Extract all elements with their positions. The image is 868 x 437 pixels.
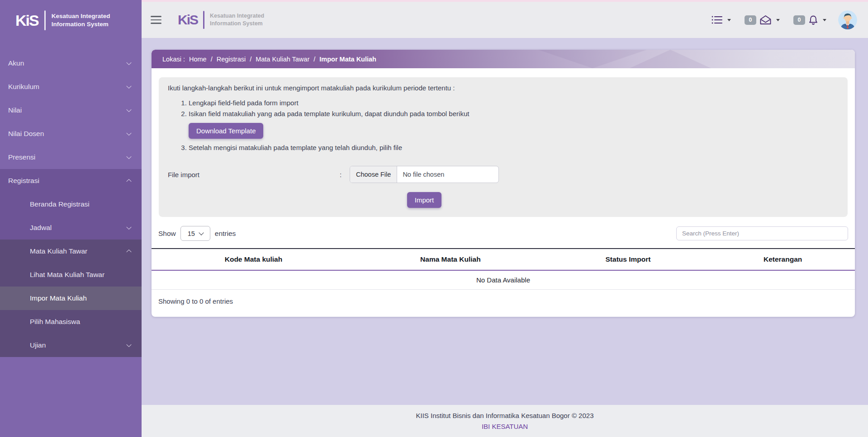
sidebar-item-mata-kuliah-tawar[interactable]: Mata Kuliah Tawar	[0, 240, 142, 263]
table-controls: Show 15 entries	[158, 226, 848, 241]
instructions-intro: Ikuti langkah-langkah berikut ini untuk …	[168, 84, 839, 92]
sidebar-item-lihat-mata-kuliah-tawar[interactable]: Lihat Mata Kuliah Tawar	[0, 263, 142, 287]
breadcrumb-separator: /	[250, 56, 251, 63]
sidebar-group-registrasi: Registrasi Beranda Registrasi Jadwal Mat…	[0, 169, 142, 357]
chevron-down-icon	[126, 131, 131, 136]
sidebar-item-label: Kurikulum	[8, 83, 39, 91]
sidebar-item-nilai-dosen[interactable]: Nilai Dosen	[0, 122, 142, 146]
sidebar-item-jadwal[interactable]: Jadwal	[0, 216, 142, 240]
messages-count-badge: 0	[745, 15, 756, 25]
brand-name: Kesatuan Integrated Information System	[210, 12, 264, 28]
sidebar-item-nilai[interactable]: Nilai	[0, 99, 142, 122]
breadcrumb-home-link[interactable]: Home	[189, 56, 207, 63]
sidebar-item-kurikulum[interactable]: Kurikulum	[0, 75, 142, 99]
step-3: Setelah mengisi matakuliah pada template…	[189, 142, 839, 153]
import-results-table: Kode Mata kuliah Nama Mata Kuliah Status…	[152, 248, 855, 290]
brand-name: Kesatuan Integrated Information System	[52, 12, 110, 28]
sidebar-item-label: Pilih Mahasiswa	[30, 318, 80, 326]
search-input[interactable]	[676, 226, 848, 240]
breadcrumb-registrasi-link[interactable]: Registrasi	[217, 56, 246, 63]
chevron-down-icon	[126, 154, 131, 159]
column-header-keterangan[interactable]: Keterangan	[711, 249, 855, 270]
sidebar-item-label: Mata Kuliah Tawar	[30, 247, 87, 255]
caret-down-icon	[776, 19, 780, 21]
bell-icon	[808, 15, 818, 25]
caret-down-icon	[727, 19, 731, 21]
sidebar-item-label: Presensi	[8, 153, 35, 161]
kiis-logo-icon: KiS	[15, 12, 38, 29]
entries-summary: Showing 0 to 0 of entries	[158, 297, 848, 305]
main-column: KiS Kesatuan Integrated Information Syst…	[142, 0, 868, 437]
sidebar-item-registrasi[interactable]: Registrasi	[0, 169, 142, 193]
chevron-down-icon	[126, 84, 131, 89]
column-header-status-import[interactable]: Status Import	[545, 249, 711, 270]
user-avatar[interactable]	[838, 10, 857, 29]
import-instructions-panel: Ikuti langkah-langkah berikut ini untuk …	[159, 77, 848, 217]
file-input[interactable]: Choose File No file chosen	[350, 166, 499, 183]
mail-open-icon	[759, 15, 772, 25]
sidebar-item-label: Jadwal	[30, 224, 52, 232]
chevron-down-icon	[126, 225, 131, 230]
notifications-menu[interactable]: 0	[793, 15, 826, 25]
download-template-button[interactable]: Download Template	[189, 123, 263, 139]
sidebar-item-label: Nilai Dosen	[8, 130, 44, 138]
step-2: Isikan field matakuliah yang ada pada te…	[189, 108, 839, 142]
file-import-row: File import : Choose File No file chosen	[168, 166, 839, 183]
topbar: KiS Kesatuan Integrated Information Syst…	[142, 0, 868, 38]
sidebar-item-label: Nilai	[8, 106, 22, 114]
chevron-down-icon	[126, 60, 131, 65]
sidebar-item-label: Registrasi	[8, 177, 39, 185]
sidebar-item-beranda-registrasi[interactable]: Beranda Registrasi	[0, 193, 142, 216]
sidebar-item-presensi[interactable]: Presensi	[0, 146, 142, 169]
breadcrumb-prefix: Lokasi :	[162, 56, 185, 63]
breadcrumb: Lokasi : Home / Registrasi / Mata Kuliah…	[152, 50, 855, 68]
notifications-count-badge: 0	[793, 15, 805, 25]
brand-line2: Information System	[210, 20, 263, 27]
task-list-icon	[711, 15, 723, 24]
chevron-down-icon	[126, 342, 131, 347]
sidebar-item-akun[interactable]: Akun	[0, 52, 142, 75]
column-header-nama-mata-kuliah[interactable]: Nama Mata Kuliah	[356, 249, 545, 270]
sidebar-brand: KiS Kesatuan Integrated Information Syst…	[0, 0, 142, 41]
messages-menu[interactable]: 0	[745, 15, 780, 25]
topbar-actions: 0 0	[697, 10, 857, 29]
instructions-steps: Lengkapi field-field pada form import Is…	[168, 98, 839, 153]
page-size-select[interactable]: 15	[180, 226, 210, 241]
no-data-message: No Data Available	[152, 270, 855, 290]
sidebar-item-ujian[interactable]: Ujian	[0, 334, 142, 357]
import-card: Lokasi : Home / Registrasi / Mata Kuliah…	[152, 50, 855, 317]
import-button[interactable]: Import	[407, 192, 442, 208]
sidebar-item-impor-mata-kuliah[interactable]: Impor Mata Kuliah	[0, 287, 142, 310]
breadcrumb-separator: /	[211, 56, 213, 63]
table-empty-row: No Data Available	[152, 270, 855, 290]
show-label: Show	[158, 230, 176, 238]
table-header-row: Kode Mata kuliah Nama Mata Kuliah Status…	[152, 249, 855, 270]
footer-ibi-kesatuan-link[interactable]: IBI KESATUAN	[142, 421, 868, 432]
chevron-down-icon	[199, 230, 204, 235]
topbar-brand[interactable]: KiS Kesatuan Integrated Information Syst…	[178, 11, 264, 29]
brand-line1: Kesatuan Integrated	[210, 13, 264, 19]
logo-divider	[44, 10, 46, 30]
file-chosen-status: No file chosen	[397, 166, 450, 183]
brand-line1: Kesatuan Integrated	[52, 13, 110, 19]
content-area: Lokasi : Home / Registrasi / Mata Kuliah…	[142, 38, 868, 405]
choose-file-button[interactable]: Choose File	[350, 166, 397, 183]
page-size-control: Show 15 entries	[158, 226, 236, 241]
file-import-colon: :	[340, 171, 350, 179]
footer: KIIS Institut Bisnis dan Informatika Kes…	[142, 405, 868, 437]
step-2-text: Isikan field matakuliah yang ada pada te…	[189, 110, 469, 117]
brand-line2: Information System	[52, 21, 109, 28]
sidebar-item-label: Lihat Mata Kuliah Tawar	[30, 271, 104, 279]
file-import-label: File import	[168, 171, 340, 179]
sidebar-group-mata-kuliah-tawar: Mata Kuliah Tawar Lihat Mata Kuliah Tawa…	[0, 240, 142, 357]
chevron-up-icon	[126, 179, 131, 184]
hamburger-icon[interactable]	[151, 16, 161, 24]
page-size-value: 15	[188, 230, 195, 237]
task-list-menu[interactable]	[711, 15, 731, 24]
breadcrumb-mata-kuliah-tawar-link[interactable]: Mata Kuliah Tawar	[256, 56, 309, 63]
column-header-kode-mata-kuliah[interactable]: Kode Mata kuliah	[152, 249, 356, 270]
breadcrumb-separator: /	[313, 56, 315, 63]
sidebar-item-pilih-mahasiswa[interactable]: Pilih Mahasiswa	[0, 310, 142, 334]
entries-label: entries	[215, 230, 236, 238]
import-button-row: Import	[168, 192, 499, 208]
